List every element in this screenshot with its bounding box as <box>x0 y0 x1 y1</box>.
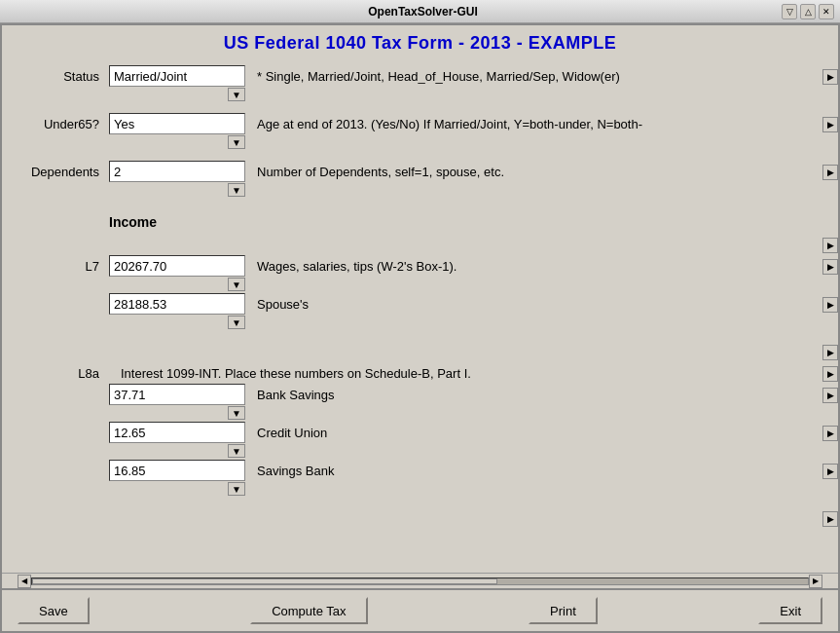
main-window: US Federal 1040 Tax Form - 2013 - EXAMPL… <box>0 23 840 633</box>
spacer-right-btn[interactable]: ▶ <box>822 345 838 360</box>
income-right-btn[interactable]: ▶ <box>822 238 838 253</box>
title-bar-controls: ▽ △ ✕ <box>782 4 834 19</box>
scroll-left-btn[interactable]: ◀ <box>18 575 31 588</box>
dependents-row: Dependents ▼ Number of Dependents, self=… <box>12 161 838 197</box>
sb-description: Savings Bank <box>245 460 819 478</box>
cu-expand-btn[interactable]: ▼ <box>228 444 245 458</box>
dependents-description: Number of Dependents, self=1, spouse, et… <box>245 161 819 179</box>
l8a-description: Interest 1099-INT. Place these numbers o… <box>109 362 819 381</box>
l7-spouse-label-spacer <box>12 293 109 297</box>
cu-label-spacer <box>12 422 109 426</box>
bank-input-group: ▼ <box>109 384 245 420</box>
exit-button[interactable]: Exit <box>758 597 822 624</box>
income-right-row: ▶ <box>12 234 838 253</box>
l8a-header-row: L8a Interest 1099-INT. Place these numbe… <box>12 362 838 382</box>
bank-input[interactable] <box>109 384 245 405</box>
cu-input[interactable] <box>109 422 245 443</box>
l7-input-group: ▼ <box>109 255 245 291</box>
under65-label: Under65? <box>12 113 109 131</box>
horizontal-scrollbar: ◀ ▶ <box>2 573 838 588</box>
cu-right-btn[interactable]: ▶ <box>822 426 838 441</box>
sb-label-spacer <box>12 460 109 464</box>
spacer-right-row: ▶ <box>12 341 838 360</box>
bank-label-spacer <box>12 384 109 388</box>
scroll-thumb[interactable] <box>32 578 497 584</box>
sb-right-btn[interactable]: ▶ <box>822 464 838 479</box>
l7-spouse-input-group: ▼ <box>109 293 245 329</box>
minimize-button[interactable]: ▽ <box>782 4 797 19</box>
cu-row: ▼ Credit Union ▶ <box>12 422 838 458</box>
title-bar-title: OpenTaxSolver-GUI <box>64 5 782 19</box>
l7-row: L7 ▼ Wages, salaries, tips (W-2's Box-1)… <box>12 255 838 291</box>
scroll-right-btn[interactable]: ▶ <box>809 575 822 588</box>
print-button[interactable]: Print <box>529 597 598 624</box>
form-header: US Federal 1040 Tax Form - 2013 - EXAMPL… <box>2 25 838 61</box>
status-input[interactable] <box>109 65 245 87</box>
l7-expand-btn[interactable]: ▼ <box>228 278 245 291</box>
l7-description: Wages, salaries, tips (W-2's Box-1). <box>245 255 819 274</box>
bank-expand-btn[interactable]: ▼ <box>228 406 245 420</box>
under65-input[interactable] <box>109 113 245 134</box>
bottom-bar: Save Compute Tax Print Exit <box>2 588 838 631</box>
bottom-right-btn[interactable]: ▶ <box>822 511 838 527</box>
l7-spouse-row: ▼ Spouse's ▶ <box>12 293 838 329</box>
bottom-right-row: ▶ <box>12 507 838 527</box>
l7-label: L7 <box>12 255 109 274</box>
under65-input-group: ▼ <box>109 113 245 149</box>
status-expand-btn[interactable]: ▼ <box>228 88 245 101</box>
sb-row: ▼ Savings Bank ▶ <box>12 460 838 496</box>
under65-description: Age at end of 2013. (Yes/No) If Married/… <box>245 113 819 131</box>
income-header: Income <box>12 208 838 234</box>
l7-input[interactable] <box>109 255 245 277</box>
l8a-right-btn[interactable]: ▶ <box>822 366 838 382</box>
status-description: * Single, Married/Joint, Head_of_House, … <box>245 65 819 84</box>
scroll-track[interactable] <box>31 577 809 585</box>
under65-row: Under65? ▼ Age at end of 2013. (Yes/No) … <box>12 113 838 149</box>
status-label: Status <box>12 65 109 84</box>
dependents-input[interactable] <box>109 161 245 182</box>
status-input-group: ▼ <box>109 65 245 101</box>
l7-spouse-description: Spouse's <box>245 293 819 312</box>
under65-expand-btn[interactable]: ▼ <box>228 135 245 149</box>
sb-input-group: ▼ <box>109 460 245 496</box>
l7-spouse-right-btn[interactable]: ▶ <box>822 297 838 313</box>
bank-right-btn[interactable]: ▶ <box>822 388 838 403</box>
dependents-right-btn[interactable]: ▶ <box>822 165 838 180</box>
status-row: Status ▼ * Single, Married/Joint, Head_o… <box>12 65 838 101</box>
close-button[interactable]: ✕ <box>819 4 834 19</box>
l8a-label: L8a <box>12 362 109 381</box>
title-bar: OpenTaxSolver-GUI ▽ △ ✕ <box>0 0 840 23</box>
under65-right-btn[interactable]: ▶ <box>822 117 838 132</box>
dependents-expand-btn[interactable]: ▼ <box>228 183 245 197</box>
compute-tax-button[interactable]: Compute Tax <box>250 597 367 624</box>
bank-row: ▼ Bank Savings ▶ <box>12 384 838 420</box>
l7-right-btn[interactable]: ▶ <box>822 259 838 275</box>
sb-expand-btn[interactable]: ▼ <box>228 482 245 496</box>
cu-input-group: ▼ <box>109 422 245 458</box>
scroll-content: Status ▼ * Single, Married/Joint, Head_o… <box>2 61 838 573</box>
dependents-input-group: ▼ <box>109 161 245 197</box>
status-right-btn[interactable]: ▶ <box>822 69 838 85</box>
dependents-label: Dependents <box>12 161 109 179</box>
cu-description: Credit Union <box>245 422 819 440</box>
l7-spouse-input[interactable] <box>109 293 245 315</box>
bank-description: Bank Savings <box>245 384 819 402</box>
maximize-button[interactable]: △ <box>800 4 816 19</box>
l7-spouse-expand-btn[interactable]: ▼ <box>228 316 245 329</box>
save-button[interactable]: Save <box>18 597 90 624</box>
sb-input[interactable] <box>109 460 245 481</box>
